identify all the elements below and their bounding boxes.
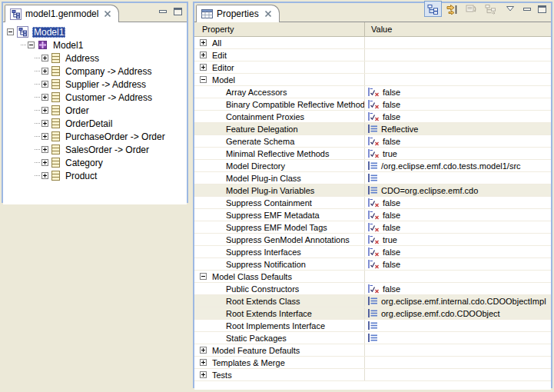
value-cell[interactable]: false	[365, 197, 551, 208]
property-row-public-constructors[interactable]: Public Constructorsfalse	[194, 283, 551, 295]
tab-properties[interactable]: Properties	[196, 5, 280, 22]
value-cell[interactable]	[365, 49, 551, 61]
property-row-suppress-emf-metadata[interactable]: Suppress EMF Metadatafalse	[194, 209, 551, 221]
tree-item-product[interactable]: Product	[3, 169, 187, 182]
category-row-model-class-defaults[interactable]: Model Class Defaults	[194, 271, 551, 283]
value-cell[interactable]: false	[365, 111, 551, 122]
maximize-icon[interactable]	[171, 6, 184, 17]
property-row-binary-compatible-reflective-methods[interactable]: Binary Compatible Reflective Methodsfals…	[194, 98, 551, 111]
category-row-tests[interactable]: Tests	[194, 369, 551, 381]
category-row-templates-merge[interactable]: Templates & Merge	[194, 357, 551, 369]
show-categories-button[interactable]	[424, 1, 442, 17]
value-cell[interactable]: false	[365, 283, 551, 294]
value-cell[interactable]: false	[365, 246, 551, 257]
value-cell[interactable]: false	[365, 135, 551, 147]
property-row-model-directory[interactable]: Model Directory/org.eclipse.emf.cdo.test…	[194, 160, 551, 172]
value-cell[interactable]: true	[365, 148, 551, 159]
tree-item-salesorder-order[interactable]: SalesOrder -> Order	[3, 143, 187, 156]
property-row-root-extends-class[interactable]: Root Extends Classorg.eclipse.emf.intern…	[194, 295, 551, 307]
tree-item-supplier-address[interactable]: Supplier -> Address	[3, 78, 187, 91]
category-row-all[interactable]: All	[194, 37, 551, 49]
expand-icon[interactable]	[41, 159, 48, 166]
tree-item-purchaseorder-order[interactable]: PurchaseOrder -> Order	[3, 130, 187, 143]
property-row-generate-schema[interactable]: Generate Schemafalse	[194, 135, 551, 148]
value-cell[interactable]: false	[365, 221, 551, 233]
value-cell[interactable]	[365, 320, 551, 331]
value-cell[interactable]	[365, 61, 551, 73]
tree-item-category[interactable]: Category	[3, 156, 187, 169]
property-row-model-plug-in-variables[interactable]: Model Plug-in VariablesCDO=org.eclipse.e…	[194, 184, 551, 197]
category-row-edit[interactable]: Edit	[194, 49, 551, 61]
value-cell[interactable]: org.eclipse.emf.internal.cdo.CDOObjectIm…	[365, 295, 551, 307]
property-row-array-accessors[interactable]: Array Accessorsfalse	[194, 86, 551, 98]
minimize-icon[interactable]	[157, 6, 169, 17]
value-cell[interactable]: Reflective	[365, 123, 551, 135]
property-row-minimal-reflective-methods[interactable]: Minimal Reflective Methodstrue	[194, 148, 551, 160]
value-cell[interactable]	[365, 271, 551, 282]
value-cell[interactable]	[365, 344, 551, 356]
column-header-value[interactable]: Value	[365, 25, 551, 34]
property-row-model-plug-in-class[interactable]: Model Plug-in Class	[194, 172, 551, 184]
value-cell[interactable]	[365, 357, 551, 368]
category-row-editor[interactable]: Editor	[194, 61, 551, 74]
view-menu-button[interactable]	[501, 1, 519, 17]
property-row-suppress-containment[interactable]: Suppress Containmentfalse	[194, 197, 551, 209]
expand-icon[interactable]	[41, 146, 48, 153]
property-row-root-implements-interface[interactable]: Root Implements Interface	[194, 320, 551, 332]
property-row-suppress-genmodel-annotations[interactable]: Suppress GenModel Annotationstrue	[194, 234, 551, 246]
value-cell[interactable]: false	[365, 98, 551, 110]
property-row-static-packages[interactable]: Static Packages	[194, 332, 551, 344]
value-cell[interactable]: false	[365, 86, 551, 98]
tree-item-customer-address[interactable]: Customer -> Address	[3, 91, 187, 104]
show-advanced-properties-button[interactable]	[443, 1, 461, 17]
tree-item-company-address[interactable]: Company -> Address	[3, 65, 187, 78]
expand-icon[interactable]	[41, 94, 48, 101]
expand-icon[interactable]	[200, 64, 207, 71]
tree-item-model1[interactable]: Model1	[3, 38, 187, 51]
property-row-suppress-interfaces[interactable]: Suppress Interfacesfalse	[194, 246, 551, 258]
expand-icon[interactable]	[200, 39, 207, 46]
expand-icon[interactable]	[200, 347, 207, 354]
value-cell[interactable]	[365, 172, 551, 184]
property-row-feature-delegation[interactable]: Feature DelegationReflective	[194, 123, 551, 135]
value-cell[interactable]: org.eclipse.emf.cdo.CDOObject	[365, 307, 551, 319]
tree-item-orderdetail[interactable]: OrderDetail	[3, 117, 187, 130]
expand-icon[interactable]	[41, 172, 48, 179]
expand-icon[interactable]	[41, 133, 48, 140]
value-cell[interactable]: CDO=org.eclipse.emf.cdo	[365, 184, 551, 196]
property-row-containment-proxies[interactable]: Containment Proxiesfalse	[194, 111, 551, 123]
tree-item-address[interactable]: Address	[3, 51, 187, 65]
minimize-icon[interactable]	[521, 4, 533, 15]
expand-icon[interactable]	[200, 371, 207, 378]
value-cell[interactable]: false	[365, 209, 551, 221]
expand-icon[interactable]	[41, 107, 48, 114]
close-icon[interactable]	[104, 10, 111, 18]
column-header-property[interactable]: Property	[194, 22, 365, 36]
close-icon[interactable]	[264, 10, 272, 18]
value-cell[interactable]	[365, 37, 551, 48]
value-cell[interactable]	[365, 332, 551, 344]
expand-icon[interactable]	[200, 51, 207, 58]
category-row-model-feature-defaults[interactable]: Model Feature Defaults	[194, 344, 551, 357]
expand-icon[interactable]	[41, 55, 48, 61]
value-cell[interactable]: true	[365, 234, 551, 245]
tree-item-model1[interactable]: Model1	[3, 25, 187, 38]
value-cell[interactable]: /org.eclipse.emf.cdo.tests.model1/src	[365, 160, 551, 171]
expand-icon[interactable]	[41, 68, 48, 75]
collapse-icon[interactable]	[200, 273, 207, 280]
expand-icon[interactable]	[41, 120, 48, 127]
expand-icon[interactable]	[200, 359, 207, 366]
filter-properties-button[interactable]	[482, 1, 499, 17]
restore-default-value-button[interactable]	[463, 1, 480, 17]
tab-model1-genmodel[interactable]: model1.genmodel	[5, 5, 119, 22]
collapse-icon[interactable]	[200, 76, 207, 83]
value-cell[interactable]	[365, 369, 551, 380]
value-cell[interactable]	[365, 74, 551, 85]
property-row-suppress-notification[interactable]: Suppress Notificationfalse	[194, 258, 551, 271]
property-row-root-extends-interface[interactable]: Root Extends Interfaceorg.eclipse.emf.cd…	[194, 307, 551, 320]
expand-icon[interactable]	[41, 81, 48, 88]
maximize-icon[interactable]	[536, 4, 548, 15]
collapse-icon[interactable]	[28, 42, 35, 48]
tree-item-order[interactable]: Order	[3, 104, 187, 117]
property-row-suppress-emf-model-tags[interactable]: Suppress EMF Model Tagsfalse	[194, 221, 551, 234]
